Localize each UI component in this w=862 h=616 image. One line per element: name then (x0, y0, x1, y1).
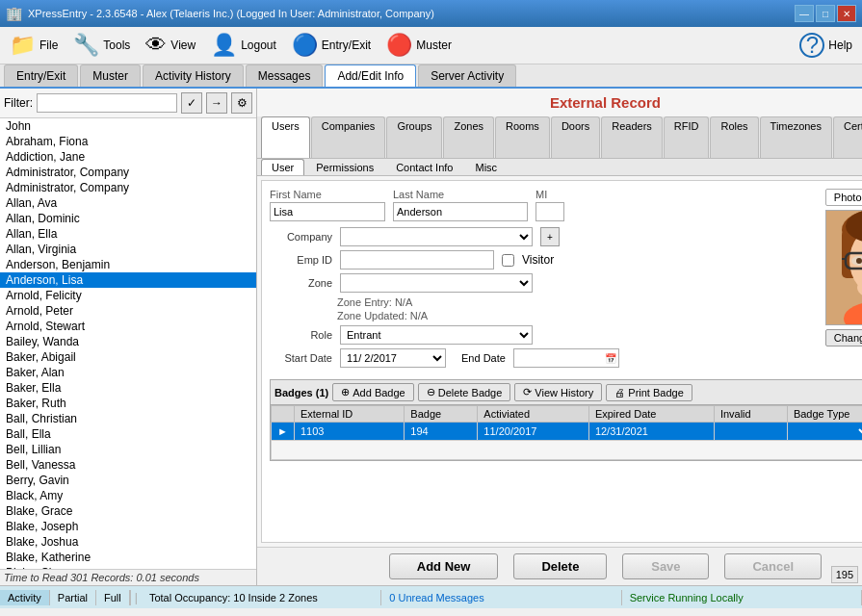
tab-add-edit-info[interactable]: Add/Edit Info (325, 64, 416, 87)
subtab-companies[interactable]: Companies (311, 116, 386, 158)
user-list-item[interactable]: Arnold, Felicity (0, 288, 256, 303)
visitor-checkbox[interactable] (502, 254, 514, 267)
usertab-misc[interactable]: Misc (464, 159, 508, 175)
subtab-doors[interactable]: Doors (551, 116, 600, 158)
user-list-item[interactable]: Allan, Virginia (0, 242, 256, 257)
status-tab-partial[interactable]: Partial (50, 590, 96, 605)
change-photo-button[interactable]: Change (825, 329, 862, 346)
delete-button[interactable]: Delete (513, 553, 607, 579)
tab-messages[interactable]: Messages (246, 64, 324, 87)
subtab-groups[interactable]: Groups (386, 116, 442, 158)
delete-badge-button[interactable]: ⊖ Delete Badge (418, 383, 511, 401)
menu-help[interactable]: ? Help (794, 30, 858, 61)
menu-view[interactable]: 👁 View (140, 30, 201, 61)
nav-tabs: Entry/Exit Muster Activity History Messa… (0, 64, 862, 89)
user-list-item[interactable]: Addiction, Jane (0, 149, 256, 165)
view-history-button[interactable]: ⟳ View History (514, 383, 602, 401)
user-list-item[interactable]: Baker, Abigail (0, 349, 256, 365)
print-badge-button[interactable]: 🖨 Print Badge (606, 384, 692, 401)
empid-input[interactable] (340, 250, 494, 270)
user-list-item[interactable]: Bell, Lillian (0, 442, 256, 457)
user-list-item[interactable]: Berry, Gavin (0, 473, 256, 488)
user-list-item[interactable]: Baker, Ruth (0, 396, 256, 411)
zone-label: Zone (270, 277, 332, 289)
badge-type-select[interactable] (794, 424, 862, 438)
user-list-item[interactable]: Anderson, Lisa (0, 272, 256, 288)
subtab-roles[interactable]: Roles (710, 116, 758, 158)
user-list-item[interactable]: Arnold, Stewart (0, 319, 256, 334)
subtab-users[interactable]: Users (261, 116, 310, 158)
user-list-item[interactable]: Administrator, Company (0, 180, 256, 195)
user-list-item[interactable]: Bailey, Wanda (0, 334, 256, 349)
usertab-user[interactable]: User (261, 159, 304, 175)
user-list-item[interactable]: Blake, Joseph (0, 519, 256, 534)
filter-arrow-button[interactable]: → (206, 92, 227, 114)
subtab-rfid[interactable]: RFID (664, 116, 710, 158)
usertab-permissions[interactable]: Permissions (305, 159, 384, 175)
lastname-input[interactable] (393, 202, 528, 221)
save-button[interactable]: Save (622, 553, 709, 579)
user-list-item[interactable]: Arnold, Peter (0, 303, 256, 319)
cancel-button[interactable]: Cancel (724, 553, 822, 579)
add-badge-button[interactable]: ⊕ Add Badge (332, 383, 413, 401)
user-list-item[interactable]: Bell, Vanessa (0, 457, 256, 473)
menu-logout[interactable]: 👤 Logout (205, 30, 282, 61)
minimize-button[interactable]: — (795, 5, 814, 22)
startdate-select[interactable]: 11/ 2/2017 (340, 348, 446, 368)
form-area: First Name Last Name MI (261, 180, 862, 543)
role-row: Role Entrant (270, 325, 818, 345)
menu-entry-exit[interactable]: 🔵 Entry/Exit (286, 30, 377, 61)
user-list-item[interactable]: Baker, Alan (0, 365, 256, 380)
menu-file[interactable]: 📁 File (4, 30, 64, 61)
filter-input[interactable] (37, 93, 177, 113)
tab-muster[interactable]: Muster (80, 64, 141, 87)
zone-entry-info: Zone Entry: N/A (270, 296, 818, 308)
user-list-item[interactable]: Allan, Ella (0, 226, 256, 242)
tab-entry-exit[interactable]: Entry/Exit (4, 64, 78, 87)
user-list-item[interactable]: Blake, Grace (0, 503, 256, 519)
user-list-item[interactable]: Allan, Ava (0, 195, 256, 211)
user-list-item[interactable]: Anderson, Benjamin (0, 257, 256, 272)
user-list-item[interactable]: Ball, Ella (0, 426, 256, 442)
maximize-button[interactable]: □ (816, 5, 835, 22)
subtab-readers[interactable]: Readers (601, 116, 663, 158)
user-list-item[interactable]: Black, Amy (0, 488, 256, 503)
filter-settings-button[interactable]: ⚙ (231, 92, 252, 114)
badge-row[interactable]: ► 1103 194 11/20/2017 12/31/2021 (272, 423, 863, 441)
mi-input[interactable] (535, 202, 564, 221)
status-tab-full[interactable]: Full (96, 590, 130, 605)
filter-check-button[interactable]: ✓ (181, 92, 202, 114)
user-list-item[interactable]: Baker, Ella (0, 380, 256, 396)
user-list-item[interactable]: Abraham, Fiona (0, 134, 256, 149)
subtab-timezones[interactable]: Timezones (760, 116, 832, 158)
subtab-zones[interactable]: Zones (443, 116, 494, 158)
firstname-input[interactable] (270, 202, 385, 221)
photo-tab-photo[interactable]: Photo (825, 189, 862, 206)
subtab-rooms[interactable]: Rooms (495, 116, 550, 158)
menu-muster[interactable]: 🔴 Muster (380, 30, 457, 61)
user-list-item[interactable]: Allan, Dominic (0, 211, 256, 226)
status-tab-activity[interactable]: Activity (0, 590, 50, 605)
close-button[interactable]: ✕ (837, 5, 856, 22)
entry-exit-icon: 🔵 (292, 33, 318, 58)
window-controls: — □ ✕ (795, 5, 856, 22)
company-add-button[interactable]: + (540, 227, 560, 246)
menu-tools[interactable]: 🔧 Tools (67, 30, 136, 61)
role-select[interactable]: Entrant (340, 325, 533, 345)
company-select[interactable] (340, 227, 533, 246)
usertab-contact[interactable]: Contact Info (385, 159, 463, 175)
tab-activity-history[interactable]: Activity History (143, 64, 244, 87)
left-panel: Filter: ✓ → ⚙ JohnAbraham, FionaAddictio… (0, 89, 257, 585)
user-list-item[interactable]: Blake, Katherine (0, 550, 256, 565)
subtab-certificates[interactable]: Certificates (833, 116, 862, 158)
tab-server-activity[interactable]: Server Activity (418, 64, 516, 87)
user-list-item[interactable]: Blake, Joshua (0, 534, 256, 550)
menu-view-label: View (170, 38, 196, 52)
user-list-item[interactable]: John (0, 118, 256, 134)
user-list-item[interactable]: Administrator, Company (0, 165, 256, 180)
zone-select[interactable] (340, 273, 533, 293)
user-list-item[interactable]: Ball, Christian (0, 411, 256, 426)
add-new-button[interactable]: Add New (389, 553, 499, 579)
badges-label: Badges (1) (274, 387, 328, 398)
enddate-input[interactable]: 📅 (513, 348, 619, 368)
